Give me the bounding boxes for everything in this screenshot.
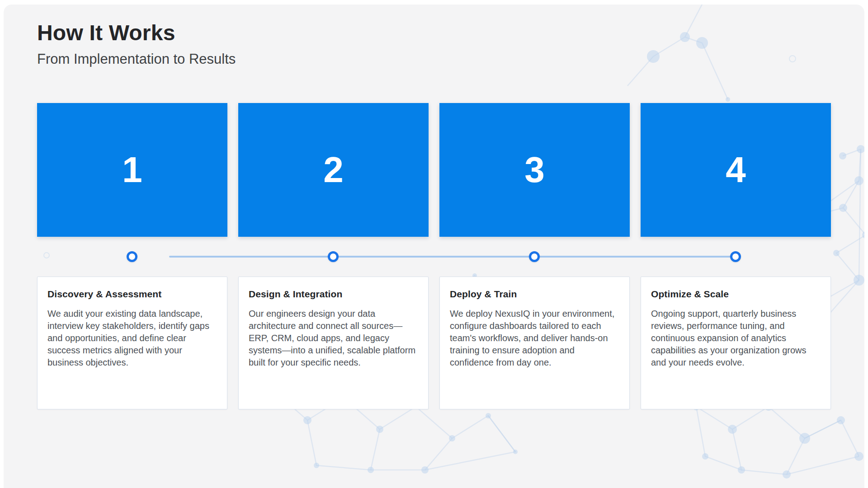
timeline-node-icon [127,251,137,262]
step-card-discovery-assessment: Discovery & Assessment We audit your exi… [37,277,227,409]
step-card-description: We audit your existing data landscape, i… [47,308,217,369]
step-card-title: Optimize & Scale [651,289,821,300]
content-panel: How It Works From Implementation to Resu… [4,5,864,488]
step-card-optimize-scale: Optimize & Scale Ongoing support, quarte… [641,277,831,409]
timeline-node-icon [529,251,540,262]
step-card-description: We deploy NexusIQ in your environment, c… [450,308,619,369]
step-number: 4 [726,152,746,188]
timeline-node-icon [730,251,741,262]
page-title: How It Works [37,20,236,46]
step-card-title: Design & Integration [249,289,418,300]
step-number: 2 [323,152,344,188]
step-card-deploy-train: Deploy & Train We deploy NexusIQ in your… [439,277,630,409]
step-number: 3 [524,152,545,188]
step-number: 1 [122,152,142,188]
step-card-row: Discovery & Assessment We audit your exi… [37,277,831,409]
step-card-title: Deploy & Train [450,289,619,300]
step-box-3: 3 [439,103,630,237]
step-card-design-integration: Design & Integration Our engineers desig… [238,277,429,409]
network-pattern-background [4,5,864,488]
step-number-row: 1 2 3 4 [37,103,831,237]
timeline-node-icon [328,251,339,262]
how-it-works-section: How It Works From Implementation to Resu… [0,0,868,488]
page-subtitle: From Implementation to Results [37,51,236,67]
timeline-connector-line [169,256,736,258]
progress-timeline [37,251,831,262]
step-box-4: 4 [641,103,831,237]
step-box-1: 1 [37,103,227,237]
step-card-title: Discovery & Assessment [47,289,217,300]
step-card-description: Our engineers design your data architect… [249,308,418,369]
step-card-description: Ongoing support, quarterly business revi… [651,308,821,369]
section-header: How It Works From Implementation to Resu… [37,20,236,67]
step-box-2: 2 [238,103,429,237]
